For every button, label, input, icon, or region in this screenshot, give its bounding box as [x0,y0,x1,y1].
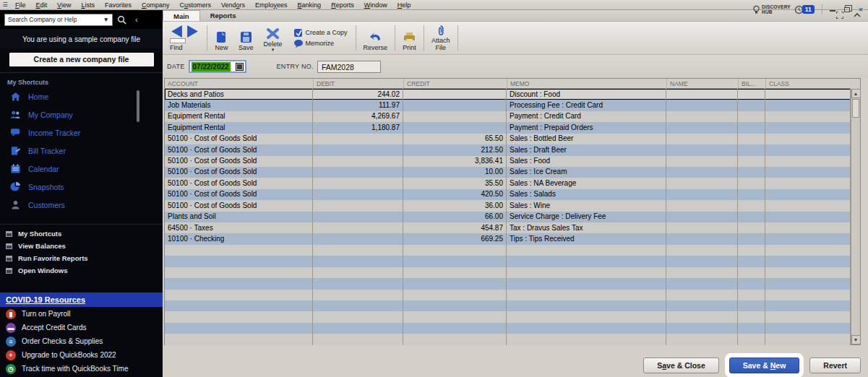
table-row[interactable]: 50100 · Cost of Goods Sold35.50Sales : N… [165,178,851,188]
billable-cell[interactable] [738,100,765,110]
class-cell[interactable] [765,311,851,322]
debit-cell[interactable] [313,267,403,278]
account-cell[interactable] [165,245,313,256]
table-row[interactable]: 50100 · Cost of Goods Sold10.00Sales : I… [165,167,851,178]
debit-cell[interactable] [313,167,403,178]
restore-button[interactable] [844,7,850,12]
memo-cell[interactable]: Payment : Credit Card [507,111,666,122]
credit-cell[interactable]: 36.00 [403,200,507,211]
account-cell[interactable]: Equipment Rental [165,111,313,122]
tab-main[interactable]: Main [163,10,200,21]
memo-cell[interactable]: Processing Fee : Credit Card [507,100,666,110]
account-cell[interactable]: 50100 · Cost of Goods Sold [165,200,313,211]
billable-cell[interactable] [738,134,765,144]
account-cell[interactable] [165,267,313,278]
billable-cell[interactable] [738,122,765,133]
menu-item-banking[interactable]: Banking [293,1,327,9]
memo-cell[interactable]: Sales : Draft Beer [507,144,666,155]
class-cell[interactable] [765,100,851,110]
promo-upgrade[interactable]: +Upgrade to QuickBooks 2022 [0,348,163,362]
memo-cell[interactable] [507,290,666,300]
reminders-button[interactable]: 11 [794,5,815,14]
table-row[interactable]: 50100 · Cost of Goods Sold36.00Sales : W… [165,200,851,211]
debit-cell[interactable] [313,144,403,155]
class-cell[interactable] [765,156,851,167]
memo-cell[interactable]: Sales : Wine [507,200,666,211]
name-cell[interactable] [666,256,738,266]
name-cell[interactable] [666,334,738,344]
memo-cell[interactable]: Discount : Food [507,89,666,100]
table-row[interactable]: 50100 · Cost of Goods Sold212.50Sales : … [165,144,851,155]
credit-cell[interactable] [403,311,507,322]
menu-item-window[interactable]: Window [359,1,392,9]
account-cell[interactable] [165,278,313,289]
debit-cell[interactable] [313,156,403,167]
menu-item-lists[interactable]: Lists [76,1,100,9]
billable-cell[interactable] [738,267,765,278]
menu-item-reports[interactable]: Reports [326,1,359,9]
billable-cell[interactable] [738,278,765,289]
credit-cell[interactable] [403,245,507,256]
table-row[interactable]: Decks and Patios244.02Discount : Food [165,89,851,100]
memo-cell[interactable]: Tips : Tips Received [507,233,666,244]
name-cell[interactable] [666,222,738,233]
class-cell[interactable] [765,222,851,233]
account-cell[interactable]: 50100 · Cost of Goods Sold [165,178,313,188]
credit-cell[interactable] [403,111,507,122]
panel-item-my-shortcuts[interactable]: My Shortcuts [0,228,163,240]
account-cell[interactable]: Equipment Rental [165,122,313,133]
class-cell[interactable] [765,267,851,278]
debit-cell[interactable] [313,323,403,334]
name-cell[interactable] [666,122,738,133]
debit-cell[interactable] [313,311,403,322]
sidebar-item-customers[interactable]: Customers [0,196,163,214]
billable-cell[interactable] [738,334,765,344]
table-row[interactable] [165,267,851,278]
billable-cell[interactable] [738,200,765,211]
name-cell[interactable] [666,323,738,334]
account-cell[interactable]: Job Materials [165,100,313,110]
billable-cell[interactable] [738,156,765,167]
memo-cell[interactable] [507,256,666,266]
credit-cell[interactable] [403,290,507,300]
billable-cell[interactable] [738,256,765,266]
save-close-button[interactable]: Save & Close [643,358,719,373]
search-icon[interactable] [117,15,126,25]
debit-cell[interactable]: 244.02 [313,89,403,100]
memo-cell[interactable]: Sales : Bottled Beer [507,134,666,144]
debit-cell[interactable] [313,245,403,256]
class-cell[interactable] [765,300,851,311]
billable-cell[interactable] [738,233,765,244]
panel-item-run-favorite-reports[interactable]: Run Favorite Reports [0,252,163,264]
sidebar-item-snapshots[interactable]: Snapshots [0,178,163,196]
memo-cell[interactable] [507,323,666,334]
name-cell[interactable] [666,100,738,110]
find-button[interactable]: Find [166,24,205,52]
debit-cell[interactable] [313,233,403,244]
class-cell[interactable] [765,122,851,133]
table-row[interactable]: Equipment Rental1,180.87Payment : Prepai… [165,122,851,133]
class-cell[interactable] [765,144,851,155]
scroll-down-icon[interactable]: ▼ [851,335,861,344]
sidebar-scrollbar[interactable] [137,90,139,122]
reverse-button[interactable]: Reverse [358,24,393,52]
credit-cell[interactable] [403,100,507,110]
credit-cell[interactable]: 66.00 [403,212,507,222]
sidebar-item-income-tracker[interactable]: Income Tracker [0,124,163,142]
column-header-name[interactable]: NAME [666,79,738,88]
account-cell[interactable] [165,300,313,311]
table-row[interactable]: 50100 · Cost of Goods Sold65.50Sales : B… [165,134,851,144]
debit-cell[interactable] [313,300,403,311]
billable-cell[interactable] [738,144,765,155]
account-cell[interactable] [165,323,313,334]
name-cell[interactable] [666,311,738,322]
class-cell[interactable] [765,290,851,300]
column-header-credit[interactable]: CREDIT [403,79,507,88]
table-row[interactable] [165,323,851,334]
credit-cell[interactable] [403,256,507,266]
debit-cell[interactable] [313,334,403,344]
panel-item-view-balances[interactable]: View Balances [0,240,163,252]
credit-cell[interactable]: 212.50 [403,144,507,155]
class-cell[interactable] [765,200,851,211]
table-row[interactable] [165,278,851,289]
